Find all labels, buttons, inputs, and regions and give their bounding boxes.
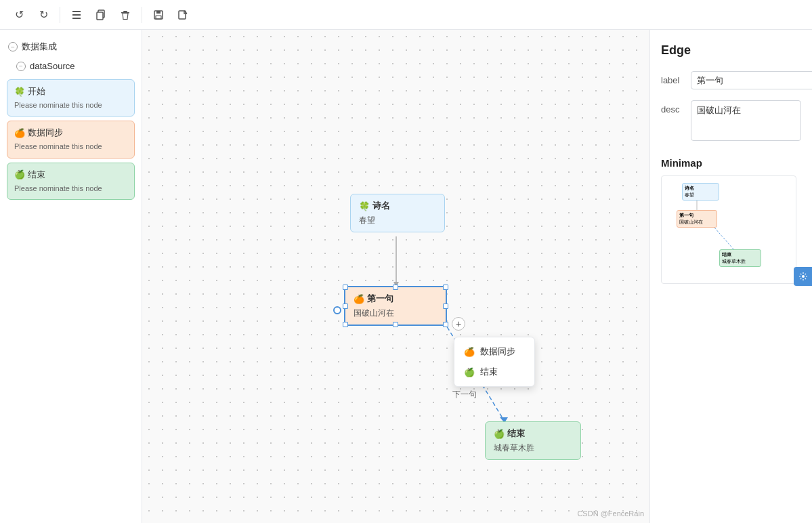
sidebar-item-end-desc: Please nominate this node xyxy=(14,184,127,194)
context-end-label: 结束 xyxy=(480,366,498,378)
right-panel: Edge label desc 国破山河在 Minimap 诗名 春望 第一句 … xyxy=(649,30,812,523)
minimap-node-2: 第一句 国破山河在 xyxy=(677,210,717,228)
node-diyiju-icon: 🍊 xyxy=(354,294,364,304)
svg-rect-1 xyxy=(72,14,81,16)
tooltip-text: 下一句 xyxy=(452,389,477,400)
sidebar-item-sync[interactable]: 🍊 数据同步 Please nominate this node xyxy=(7,121,135,158)
svg-rect-2 xyxy=(72,18,81,19)
sidebar-item-sync-title: 🍊 数据同步 xyxy=(14,127,127,139)
canvas-node-jieshu[interactable]: 🍏 结束 城春草木胜 xyxy=(485,421,581,460)
sidebar-group-label: 数据集成 xyxy=(22,41,57,53)
handle-mr[interactable] xyxy=(443,304,448,309)
context-end-icon: 🍏 xyxy=(464,367,475,377)
sidebar: − 数据集成 − dataSource 🍀 开始 Please nominate… xyxy=(0,30,142,523)
node-diyiju-content: 国破山河在 xyxy=(354,308,437,319)
context-sync-label: 数据同步 xyxy=(480,346,515,358)
collapse-icon-datasource[interactable]: − xyxy=(16,62,26,71)
canvas-node-shiming[interactable]: 🍀 诗名 春望 xyxy=(350,194,445,232)
handle-tm[interactable] xyxy=(393,285,398,290)
divider-1 xyxy=(60,7,60,23)
node-diyiju-title: 🍊 第一句 xyxy=(354,293,437,305)
node-shiming-title: 🍀 诗名 xyxy=(359,200,436,212)
svg-rect-8 xyxy=(156,11,161,14)
node-shiming-content: 春望 xyxy=(359,215,436,226)
undo-icon[interactable]: ↺ xyxy=(11,7,27,23)
context-sync-icon: 🍊 xyxy=(464,347,475,357)
label-row: label xyxy=(661,71,801,89)
connection-handle[interactable] xyxy=(333,306,341,314)
minimap-node-1: 诗名 春望 xyxy=(682,183,719,201)
end-node-icon: 🍏 xyxy=(14,169,25,180)
svg-point-17 xyxy=(802,275,805,278)
label-field-label: label xyxy=(661,71,685,85)
start-node-icon: 🍀 xyxy=(14,87,25,97)
sidebar-item-end[interactable]: 🍏 结束 Please nominate this node xyxy=(7,163,135,200)
plus-button[interactable]: + xyxy=(452,317,465,331)
context-menu-item-sync[interactable]: 🍊 数据同步 xyxy=(454,341,534,362)
cut-icon[interactable] xyxy=(68,7,85,23)
watermark: CSDN @FenceRain xyxy=(577,509,644,518)
sidebar-group-shuju[interactable]: − 数据集成 xyxy=(0,37,142,57)
edge-panel-title: Edge xyxy=(661,43,801,58)
handle-tr[interactable] xyxy=(443,285,448,290)
node-jieshu-title: 🍏 结束 xyxy=(494,427,572,440)
handle-bm[interactable] xyxy=(393,322,398,327)
svg-line-16 xyxy=(714,228,735,251)
delete-icon[interactable] xyxy=(117,7,133,23)
settings-tab[interactable] xyxy=(794,267,812,286)
handle-br[interactable] xyxy=(443,322,448,327)
save-icon[interactable] xyxy=(150,7,167,23)
desc-row: desc 国破山河在 xyxy=(661,100,801,141)
minimap-title: Minimap xyxy=(661,157,801,169)
label-input[interactable] xyxy=(691,71,812,89)
sidebar-item-start-title: 🍀 开始 xyxy=(14,85,127,98)
canvas-node-diyiju[interactable]: 🍊 第一句 国破山河在 xyxy=(344,286,447,326)
svg-rect-4 xyxy=(97,12,103,20)
redo-icon[interactable]: ↻ xyxy=(35,7,51,23)
context-menu: 🍊 数据同步 🍏 结束 xyxy=(454,337,535,387)
desc-field-label: desc xyxy=(661,100,685,114)
minimap-container: 诗名 春望 第一句 国破山河在 结束 城春草木胜 xyxy=(661,175,796,284)
node-jieshu-content: 城春草木胜 xyxy=(494,442,572,454)
main-area: − 数据集成 − dataSource 🍀 开始 Please nominate… xyxy=(0,30,812,523)
minimap-node-3: 结束 城春草木胜 xyxy=(719,249,761,267)
sidebar-datasource[interactable]: − dataSource xyxy=(0,57,142,75)
sidebar-datasource-label: dataSource xyxy=(30,61,75,71)
desc-textarea[interactable]: 国破山河在 xyxy=(691,100,801,141)
copy-icon[interactable] xyxy=(93,7,109,23)
sidebar-item-start[interactable]: 🍀 开始 Please nominate this node xyxy=(7,79,135,117)
handle-bl[interactable] xyxy=(343,322,348,327)
sync-node-icon: 🍊 xyxy=(14,128,25,138)
node-shiming-icon: 🍀 xyxy=(359,201,370,211)
collapse-icon-shuju[interactable]: − xyxy=(8,42,18,51)
sidebar-item-start-desc: Please nominate this node xyxy=(14,100,127,110)
handle-ml[interactable] xyxy=(343,304,348,309)
svg-rect-0 xyxy=(72,11,81,12)
toolbar: ↺ ↻ xyxy=(0,0,812,30)
handle-tl[interactable] xyxy=(343,285,348,290)
node-jieshu-icon: 🍏 xyxy=(494,429,505,439)
svg-rect-5 xyxy=(123,11,127,12)
divider-2 xyxy=(142,7,142,23)
canvas[interactable]: 🍀 诗名 春望 🍊 第一句 国破山河在 + xyxy=(142,30,649,523)
context-menu-item-end[interactable]: 🍏 结束 xyxy=(454,362,534,382)
sidebar-item-sync-desc: Please nominate this node xyxy=(14,142,127,152)
minimap-section: Minimap 诗名 春望 第一句 国破山河在 结束 城春草 xyxy=(661,157,801,284)
sidebar-item-end-title: 🍏 结束 xyxy=(14,169,127,181)
export-icon[interactable] xyxy=(175,7,191,23)
